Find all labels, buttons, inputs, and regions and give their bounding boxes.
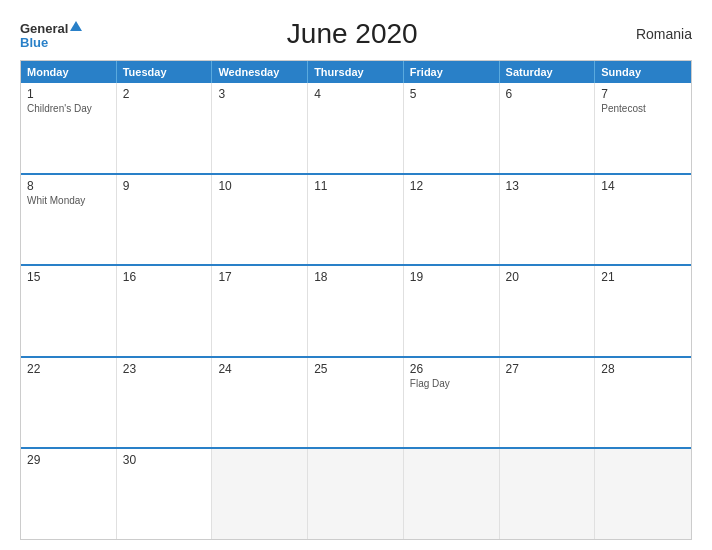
header-day-monday: Monday	[21, 61, 117, 83]
day-number: 19	[410, 270, 493, 284]
calendar-cell: 20	[500, 266, 596, 356]
calendar-cell: 18	[308, 266, 404, 356]
day-number: 5	[410, 87, 493, 101]
calendar-cell: 11	[308, 175, 404, 265]
calendar-cell	[212, 449, 308, 539]
day-number: 10	[218, 179, 301, 193]
calendar-body: 1Children's Day234567Pentecost8Whit Mond…	[21, 83, 691, 539]
calendar-cell: 6	[500, 83, 596, 173]
calendar-week-3: 15161718192021	[21, 264, 691, 356]
header-day-wednesday: Wednesday	[212, 61, 308, 83]
calendar-cell: 29	[21, 449, 117, 539]
header-day-friday: Friday	[404, 61, 500, 83]
calendar-cell	[500, 449, 596, 539]
calendar-cell: 10	[212, 175, 308, 265]
calendar-week-2: 8Whit Monday91011121314	[21, 173, 691, 265]
calendar-cell: 25	[308, 358, 404, 448]
calendar-cell: 27	[500, 358, 596, 448]
day-number: 20	[506, 270, 589, 284]
day-number: 2	[123, 87, 206, 101]
calendar-cell: 7Pentecost	[595, 83, 691, 173]
calendar-cell: 5	[404, 83, 500, 173]
calendar-cell: 8Whit Monday	[21, 175, 117, 265]
calendar-cell	[404, 449, 500, 539]
day-number: 24	[218, 362, 301, 376]
calendar-title: June 2020	[82, 18, 622, 50]
day-number: 12	[410, 179, 493, 193]
page: General Blue June 2020 Romania MondayTue…	[0, 0, 712, 550]
header-day-sunday: Sunday	[595, 61, 691, 83]
calendar-cell: 3	[212, 83, 308, 173]
day-number: 9	[123, 179, 206, 193]
logo-blue: Blue	[20, 36, 82, 49]
day-number: 13	[506, 179, 589, 193]
calendar-event: Pentecost	[601, 103, 685, 114]
logo-triangle-icon	[70, 21, 82, 31]
calendar-cell: 23	[117, 358, 213, 448]
day-number: 15	[27, 270, 110, 284]
day-number: 25	[314, 362, 397, 376]
day-number: 7	[601, 87, 685, 101]
day-number: 28	[601, 362, 685, 376]
calendar-week-5: 2930	[21, 447, 691, 539]
header: General Blue June 2020 Romania	[20, 18, 692, 50]
calendar-cell: 19	[404, 266, 500, 356]
day-number: 22	[27, 362, 110, 376]
day-number: 8	[27, 179, 110, 193]
calendar-cell: 30	[117, 449, 213, 539]
calendar-cell: 4	[308, 83, 404, 173]
header-day-tuesday: Tuesday	[117, 61, 213, 83]
logo: General Blue	[20, 20, 82, 49]
calendar-cell: 12	[404, 175, 500, 265]
calendar-event: Flag Day	[410, 378, 493, 389]
day-number: 16	[123, 270, 206, 284]
calendar-cell	[308, 449, 404, 539]
calendar-cell: 14	[595, 175, 691, 265]
country-label: Romania	[622, 26, 692, 42]
calendar-cell: 16	[117, 266, 213, 356]
calendar: MondayTuesdayWednesdayThursdayFridaySatu…	[20, 60, 692, 540]
calendar-week-4: 2223242526Flag Day2728	[21, 356, 691, 448]
calendar-cell: 28	[595, 358, 691, 448]
day-number: 11	[314, 179, 397, 193]
header-day-thursday: Thursday	[308, 61, 404, 83]
calendar-week-1: 1Children's Day234567Pentecost	[21, 83, 691, 173]
calendar-cell: 15	[21, 266, 117, 356]
day-number: 1	[27, 87, 110, 101]
calendar-header: MondayTuesdayWednesdayThursdayFridaySatu…	[21, 61, 691, 83]
day-number: 4	[314, 87, 397, 101]
day-number: 6	[506, 87, 589, 101]
calendar-cell: 2	[117, 83, 213, 173]
day-number: 18	[314, 270, 397, 284]
calendar-cell: 17	[212, 266, 308, 356]
calendar-cell: 26Flag Day	[404, 358, 500, 448]
day-number: 29	[27, 453, 110, 467]
header-day-saturday: Saturday	[500, 61, 596, 83]
day-number: 30	[123, 453, 206, 467]
calendar-event: Whit Monday	[27, 195, 110, 206]
day-number: 27	[506, 362, 589, 376]
calendar-event: Children's Day	[27, 103, 110, 114]
day-number: 21	[601, 270, 685, 284]
calendar-cell: 13	[500, 175, 596, 265]
calendar-cell: 22	[21, 358, 117, 448]
calendar-cell: 1Children's Day	[21, 83, 117, 173]
logo-general: General	[20, 20, 82, 36]
calendar-cell	[595, 449, 691, 539]
day-number: 26	[410, 362, 493, 376]
day-number: 14	[601, 179, 685, 193]
day-number: 23	[123, 362, 206, 376]
calendar-cell: 9	[117, 175, 213, 265]
day-number: 3	[218, 87, 301, 101]
calendar-cell: 21	[595, 266, 691, 356]
calendar-cell: 24	[212, 358, 308, 448]
day-number: 17	[218, 270, 301, 284]
